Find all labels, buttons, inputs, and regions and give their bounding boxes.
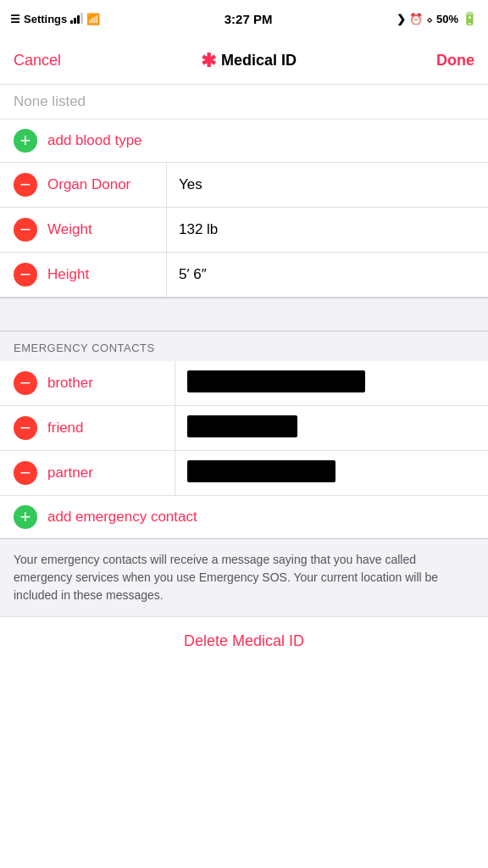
alarm-icon: ⏰ <box>409 13 423 25</box>
location-icon: ❯ <box>396 13 406 25</box>
add-emergency-contact-label: add emergency contact <box>47 509 197 526</box>
contact-row-partner: − partner <box>0 451 488 496</box>
friend-value <box>175 415 488 442</box>
add-emergency-contact-row[interactable]: + add emergency contact <box>0 496 488 538</box>
weight-label: Weight <box>47 221 166 238</box>
nav-bar: Cancel ✱ Medical ID Done <box>0 37 488 85</box>
height-label: Height <box>47 266 166 283</box>
remove-organ-donor-icon[interactable]: − <box>14 173 37 197</box>
partner-label: partner <box>47 465 175 481</box>
cancel-button[interactable]: Cancel <box>14 52 61 70</box>
footer-note: Your emergency contacts will receive a m… <box>0 538 488 616</box>
signal-icon <box>70 14 83 24</box>
brother-label: brother <box>47 375 175 392</box>
medical-asterisk-icon: ✱ <box>201 52 216 70</box>
organ-donor-row: − Organ Donor Yes <box>0 163 488 208</box>
emergency-contacts-header: EMERGENCY CONTACTS <box>0 331 488 361</box>
delete-medical-id-row[interactable]: Delete Medical ID <box>0 616 488 665</box>
weight-row: − Weight 132 lb <box>0 208 488 253</box>
brother-value <box>175 370 488 397</box>
organ-donor-value: Yes <box>167 176 488 193</box>
partner-value <box>175 460 488 487</box>
done-button[interactable]: Done <box>436 52 474 70</box>
nav-title: ✱ Medical ID <box>201 52 297 70</box>
battery-icon: 🔋 <box>462 11 478 26</box>
height-value: 5′ 6″ <box>167 266 488 283</box>
page-title: Medical ID <box>221 52 297 70</box>
add-blood-type-row[interactable]: + add blood type <box>0 120 488 163</box>
carrier-icon: ☰ <box>10 13 20 25</box>
contact-row-friend: − friend <box>0 406 488 451</box>
height-row: − Height 5′ 6″ <box>0 253 488 298</box>
add-emergency-contact-icon: + <box>14 505 37 529</box>
battery-label: 50% <box>436 13 458 25</box>
remove-weight-icon[interactable]: − <box>14 218 37 242</box>
weight-value: 132 lb <box>167 221 488 238</box>
add-blood-type-icon: + <box>14 129 37 153</box>
contact-row-brother: − brother <box>0 361 488 406</box>
status-right: ❯ ⏰ ⬦ 50% 🔋 <box>396 11 478 26</box>
wifi-icon: 📶 <box>86 13 100 25</box>
status-left: ☰ Settings 📶 <box>10 13 100 25</box>
remove-partner-icon[interactable]: − <box>14 461 37 485</box>
remove-height-icon[interactable]: − <box>14 263 37 287</box>
organ-donor-label: Organ Donor <box>47 176 166 193</box>
partner-redacted <box>187 460 336 482</box>
status-bar: ☰ Settings 📶 3:27 PM ❯ ⏰ ⬦ 50% 🔋 <box>0 0 488 37</box>
bluetooth-icon: ⬦ <box>426 13 433 25</box>
delete-medical-id-label: Delete Medical ID <box>184 632 304 650</box>
section-separator <box>0 298 488 331</box>
carrier-label: Settings <box>24 13 67 25</box>
content: None listed + add blood type − Organ Don… <box>0 85 488 665</box>
none-listed-label: None listed <box>0 85 488 120</box>
status-time: 3:27 PM <box>225 12 273 26</box>
friend-label: friend <box>47 420 175 437</box>
friend-redacted <box>187 415 297 437</box>
remove-friend-icon[interactable]: − <box>14 416 37 440</box>
emergency-contacts-section: − brother − friend − partner <box>0 361 488 538</box>
brother-redacted <box>187 370 365 392</box>
add-blood-type-label: add blood type <box>47 132 142 149</box>
remove-brother-icon[interactable]: − <box>14 371 37 395</box>
